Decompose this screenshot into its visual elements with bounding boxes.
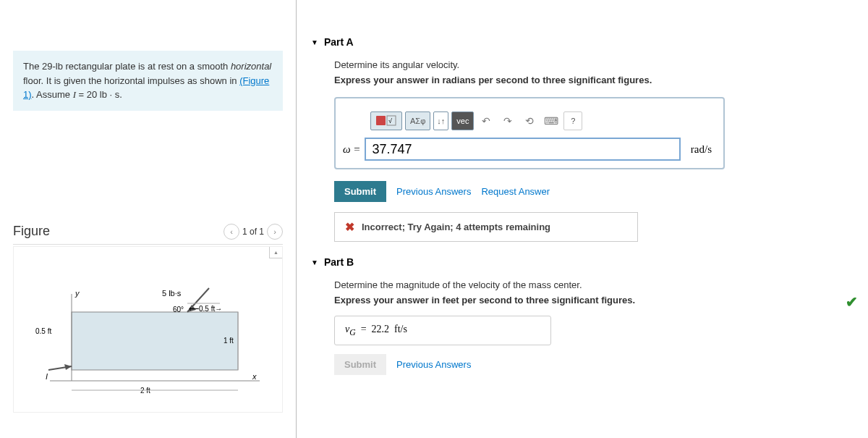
axis-x-label: x <box>252 372 257 381</box>
figure-next-button[interactable]: › <box>267 224 283 240</box>
figure-prev-button[interactable]: ‹ <box>224 224 239 240</box>
subscript-button[interactable]: ↓↑ <box>433 111 448 130</box>
figure-area: ▲ y x 5 lb·s 60° ⟵0.5 ft→ 1 ft 0.5 ft 2 … <box>13 246 283 413</box>
figure-title: Figure <box>13 224 50 239</box>
part-a-instruction-1: Determine its angular velocity. <box>311 59 854 70</box>
undo-button[interactable]: ↶ <box>477 111 495 130</box>
templates-button[interactable]: √ <box>370 111 402 130</box>
part-b-answer-box: vG = 22.2 ft/s <box>334 316 551 345</box>
axis-y-label: y <box>75 289 80 298</box>
redo-button[interactable]: ↷ <box>498 111 517 130</box>
impulse-I: I <box>46 372 48 381</box>
omega-label: ω = <box>343 143 360 156</box>
part-b-instruction-1: Determine the magnitude of the velocity … <box>311 279 854 290</box>
submit-button-b: Submit <box>334 354 386 375</box>
previous-answers-link-a[interactable]: Previous Answers <box>396 186 471 197</box>
svg-rect-0 <box>72 312 238 370</box>
part-b-header[interactable]: ▼ Part B <box>311 256 854 268</box>
impulse-label: 5 lb·s <box>162 289 182 298</box>
part-b-instruction-2: Express your answer in feet per second t… <box>311 295 854 306</box>
svg-text:√: √ <box>388 117 392 125</box>
feedback-box: ✖ Incorrect; Try Again; 4 attempts remai… <box>334 212 638 242</box>
omega-input[interactable] <box>365 138 680 161</box>
part-a-header[interactable]: ▼ Part A <box>311 36 854 48</box>
submit-button-a[interactable]: Submit <box>334 181 386 202</box>
unit-label: rad/s <box>691 143 712 156</box>
half-ft-right: ⟵0.5 ft→ <box>189 305 222 313</box>
reset-button[interactable]: ⟲ <box>520 111 539 130</box>
incorrect-icon: ✖ <box>345 220 354 234</box>
greek-button[interactable]: ΑΣφ <box>405 111 430 130</box>
caret-down-icon: ▼ <box>311 258 318 266</box>
caret-down-icon: ▼ <box>311 38 318 46</box>
scroll-up-icon[interactable]: ▲ <box>269 247 282 258</box>
request-answer-link[interactable]: Request Answer <box>481 186 550 197</box>
part-a-answer-box: √ ΑΣφ ↓↑ vec ↶ ↷ ⟲ ⌨ ? ω = rad/s <box>334 97 725 169</box>
vec-button[interactable]: vec <box>451 111 474 130</box>
keyboard-icon[interactable]: ⌨ <box>542 111 561 130</box>
previous-answers-link-b[interactable]: Previous Answers <box>396 359 471 370</box>
one-ft: 1 ft <box>224 337 234 345</box>
half-ft-left: 0.5 ft <box>35 327 51 335</box>
part-a-instruction-2: Express your answer in radians per secon… <box>311 75 854 85</box>
svg-rect-10 <box>376 116 386 125</box>
figure-counter: 1 of 1 <box>242 227 264 237</box>
help-button[interactable]: ? <box>563 111 582 130</box>
problem-statement: The 29-lb rectangular plate is at rest o… <box>13 51 283 111</box>
angle-label: 60° <box>173 306 184 313</box>
check-icon: ✔ <box>846 293 858 311</box>
